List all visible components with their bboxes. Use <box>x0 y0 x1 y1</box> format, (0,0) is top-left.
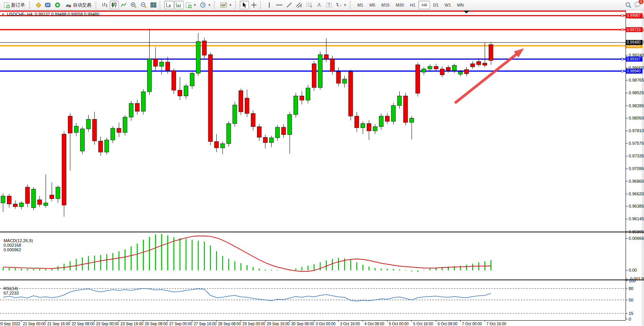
price-tick-label: 0.96145 <box>629 216 644 221</box>
text-icon: A <box>317 2 322 8</box>
auto-trading-button[interactable]: 自动交易 <box>63 1 94 9</box>
line-chart-button[interactable] <box>119 1 128 9</box>
channel-button[interactable]: E <box>294 1 304 9</box>
chart-shift-marker[interactable] <box>464 11 469 13</box>
candle-body <box>422 69 426 72</box>
candle-body <box>190 73 194 86</box>
time-axis-label: 7 Oct 00:00 <box>462 322 482 326</box>
timeframe-button-M30[interactable]: M30 <box>393 1 407 9</box>
candle-body <box>160 62 164 66</box>
candle-body <box>19 203 23 207</box>
candle-body <box>135 103 139 111</box>
timeframe-button-MN[interactable]: MN <box>454 1 467 9</box>
horizontal-line-button[interactable] <box>274 1 284 9</box>
rsi-tick-label: 50 <box>629 298 633 302</box>
search-icon[interactable] <box>625 2 632 8</box>
candlestick-chart-button[interactable] <box>110 1 119 9</box>
candle-body <box>434 66 438 69</box>
candle-body <box>306 88 310 100</box>
rsi-line <box>3 288 491 301</box>
candle-body <box>129 103 133 117</box>
rsi-tick-label: 80 <box>629 286 633 291</box>
candle-body <box>428 66 432 69</box>
shapes-button[interactable]: ▼ <box>334 1 348 9</box>
signal-button[interactable] <box>53 1 62 9</box>
time-axis-label: 23 Sep 16:00 <box>120 322 143 326</box>
chart-canvas[interactable]: 0.999550.997150.994800.992400.990000.987… <box>0 0 644 326</box>
price-tick-label: 0.98285 <box>629 103 644 108</box>
candle-body <box>245 98 249 113</box>
price-tick-label: 0.97810 <box>629 128 644 133</box>
crosshair-icon <box>251 2 257 8</box>
macd-value: 0.002168 <box>3 243 21 247</box>
market-watch-button[interactable] <box>43 1 53 9</box>
rsi-indicator-label: RSI(14) 67.2233 <box>1 282 19 295</box>
cursor-button[interactable] <box>240 1 249 9</box>
candle-body <box>99 141 103 152</box>
trendline-button[interactable] <box>285 1 294 9</box>
zoom-in-button[interactable] <box>129 1 138 9</box>
collapse-arrow-icon: ▼ <box>2 13 5 16</box>
new-order-button[interactable]: 新订单 <box>1 1 28 9</box>
line-handle <box>621 45 623 47</box>
timeframe-button-H1[interactable]: H1 <box>407 1 418 9</box>
price-tick-label: 0.96860 <box>629 179 644 183</box>
candle-body <box>92 119 97 141</box>
periods-button[interactable]: ▼ <box>198 1 212 9</box>
timeframe-button-D1[interactable]: D1 <box>430 1 441 9</box>
candle-body <box>25 187 30 203</box>
price-tick-label: 0.97095 <box>629 166 644 171</box>
indicators-icon <box>220 2 227 8</box>
trend-arrow-line[interactable] <box>455 54 517 103</box>
tile-windows-button[interactable] <box>149 1 158 9</box>
indicators-button[interactable]: ▼ <box>219 1 234 9</box>
text-button[interactable]: A <box>315 1 324 9</box>
timeframe-button-M5[interactable]: M5 <box>366 1 378 9</box>
notifications-button[interactable]: 1 <box>634 1 641 9</box>
line-handle <box>621 29 623 31</box>
candle-body <box>80 129 84 151</box>
timeframe-button-M1[interactable]: M1 <box>354 1 366 9</box>
candle-body <box>391 105 395 121</box>
zoom-out-icon <box>140 2 147 8</box>
price-tick-label: 0.98050 <box>629 116 644 120</box>
price-tick-label: 0.97335 <box>629 154 644 158</box>
price-tick-label: 0.98765 <box>629 78 644 82</box>
fibonacci-button[interactable]: F <box>305 1 315 9</box>
candle-body <box>44 203 48 206</box>
macd-pane <box>3 234 491 272</box>
svg-text:F: F <box>310 5 312 8</box>
timeframe-button-M15[interactable]: M15 <box>378 1 392 9</box>
toolbar-grip <box>214 1 217 9</box>
auto-scroll-button[interactable] <box>164 1 174 9</box>
candle-body <box>471 64 475 67</box>
zoom-out-button[interactable] <box>139 1 148 9</box>
bar-chart-button[interactable] <box>100 1 109 9</box>
candle-body <box>452 65 456 70</box>
label-button[interactable]: T <box>324 1 334 9</box>
charts-button[interactable] <box>34 1 43 9</box>
candle-body <box>294 96 298 115</box>
time-axis-label: 29 Sep 16:00 <box>267 322 290 326</box>
vertical-line-button[interactable] <box>265 1 274 9</box>
tile-windows-icon <box>150 2 156 8</box>
chevron-down-icon: ▼ <box>193 3 196 7</box>
channel-icon: E <box>296 2 303 8</box>
rsi-tick-label: 0 <box>629 317 631 321</box>
candle-body <box>275 127 280 138</box>
price-tick-label: 0.95905 <box>629 229 644 234</box>
crosshair-button[interactable] <box>249 1 259 9</box>
line-handle <box>621 70 623 72</box>
timeframe-button-H4[interactable]: H4 <box>418 1 430 9</box>
rsi-tick-label: 15 <box>629 311 633 316</box>
candle-body <box>86 119 91 129</box>
shapes-arrows-icon <box>336 2 342 8</box>
candle-body <box>166 62 170 70</box>
timeframe-button-W1[interactable]: W1 <box>441 1 454 9</box>
new-chart-button[interactable]: ▼ <box>184 1 198 9</box>
toolbar-grip <box>260 1 263 9</box>
candle-body <box>184 86 188 96</box>
price-tick-label: 0.98525 <box>629 90 644 95</box>
chart-shift-button[interactable] <box>174 1 184 9</box>
candle-body <box>208 55 212 142</box>
